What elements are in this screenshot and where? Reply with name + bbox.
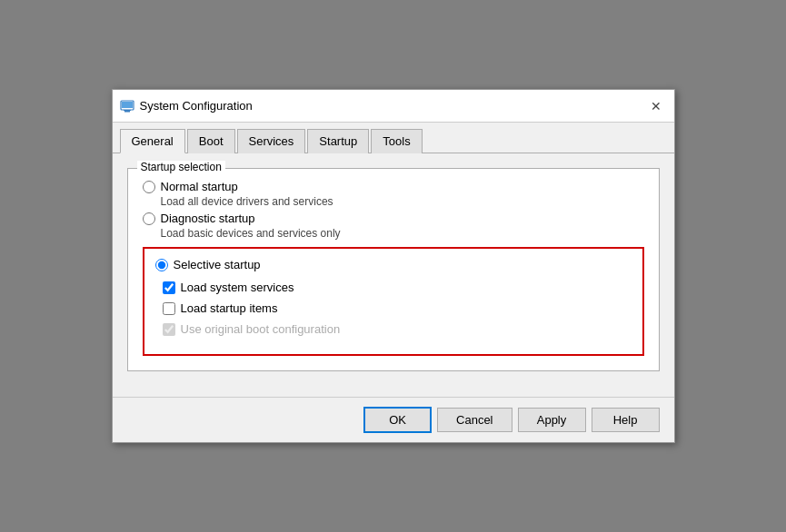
footer: OK Cancel Apply Help	[113, 397, 674, 442]
window-icon	[120, 99, 134, 113]
load-system-services-row[interactable]: Load system services	[163, 281, 632, 294]
selective-startup-text: Selective startup	[174, 258, 261, 271]
svg-rect-3	[124, 110, 131, 111]
tab-services[interactable]: Services	[237, 129, 306, 153]
load-system-services-label: Load system services	[181, 281, 294, 294]
tab-general[interactable]: General	[120, 129, 185, 153]
title-bar-left: System Configuration	[120, 99, 253, 113]
title-bar: System Configuration ✕	[113, 90, 674, 123]
group-title: Startup selection	[137, 161, 225, 173]
selective-startup-box: Selective startup Load system services L…	[143, 247, 644, 356]
startup-selection-group: Startup selection Normal startup Load al…	[127, 168, 660, 371]
ok-button[interactable]: OK	[363, 407, 432, 433]
use-original-boot-checkbox	[163, 323, 175, 336]
normal-startup-label[interactable]: Normal startup	[143, 180, 644, 193]
cancel-button[interactable]: Cancel	[437, 408, 512, 432]
diagnostic-startup-label[interactable]: Diagnostic startup	[143, 212, 644, 225]
tab-boot[interactable]: Boot	[187, 129, 235, 153]
tab-tools[interactable]: Tools	[371, 129, 422, 153]
load-startup-items-row[interactable]: Load startup items	[163, 301, 632, 315]
tab-content: Startup selection Normal startup Load al…	[113, 153, 674, 397]
help-button[interactable]: Help	[592, 408, 660, 432]
use-original-boot-row: Use original boot configuration	[163, 322, 632, 336]
tab-bar: General Boot Services Startup Tools	[113, 123, 674, 153]
load-startup-items-checkbox[interactable]	[163, 302, 175, 315]
normal-startup-text: Normal startup	[161, 180, 238, 193]
selective-startup-radio[interactable]	[155, 259, 168, 271]
close-button[interactable]: ✕	[645, 95, 667, 117]
svg-rect-1	[122, 102, 133, 108]
load-startup-items-label: Load startup items	[181, 301, 278, 315]
svg-rect-2	[124, 111, 130, 113]
load-system-services-checkbox[interactable]	[163, 281, 175, 294]
window-title: System Configuration	[140, 99, 253, 113]
selective-startup-label[interactable]: Selective startup	[155, 258, 632, 271]
diagnostic-startup-subtext: Load basic devices and services only	[161, 227, 644, 240]
tab-startup[interactable]: Startup	[307, 129, 369, 153]
system-configuration-window: System Configuration ✕ General Boot Serv…	[112, 89, 675, 443]
use-original-boot-label: Use original boot configuration	[181, 322, 341, 336]
normal-startup-radio[interactable]	[143, 181, 155, 193]
diagnostic-startup-row: Diagnostic startup Load basic devices an…	[143, 212, 644, 240]
normal-startup-row: Normal startup Load all device drivers a…	[143, 180, 644, 208]
apply-button[interactable]: Apply	[518, 408, 586, 432]
normal-startup-subtext: Load all device drivers and services	[161, 195, 644, 208]
diagnostic-startup-radio[interactable]	[143, 212, 155, 225]
diagnostic-startup-text: Diagnostic startup	[161, 212, 255, 225]
